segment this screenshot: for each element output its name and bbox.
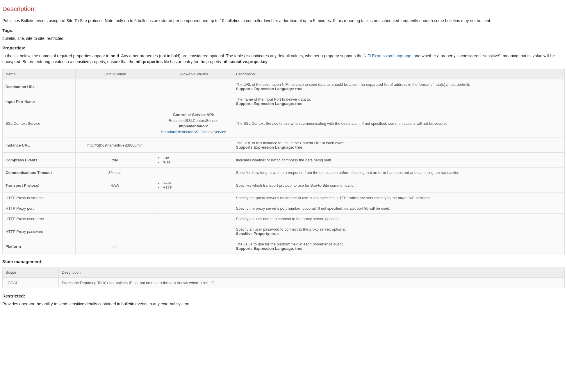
prop-desc: Specifies how long to wait to a response…	[233, 168, 565, 178]
intro-bold: bold	[110, 54, 119, 58]
col-scope: Scope	[3, 267, 59, 278]
properties-intro: In the list below, the names of required…	[2, 53, 565, 65]
tags-heading: Tags:	[2, 28, 565, 33]
restricted-text: Provides operator the ability to send se…	[2, 301, 565, 307]
prop-desc: Specifies which transport protocol to us…	[233, 178, 565, 193]
intro-text: . Any other properties (not in bold) are…	[119, 54, 364, 58]
prop-name: HTTP Proxy hostname	[3, 193, 76, 203]
prop-desc: Specify an user password to connect to t…	[236, 227, 346, 231]
prop-desc: Specify an user name to connect to the p…	[233, 214, 565, 224]
prop-extra: Supports Expression Language: true	[236, 101, 302, 106]
prop-desc: The value to use for the platform field …	[236, 242, 344, 246]
properties-heading: Properties:	[2, 45, 565, 50]
prop-name: Communications Timeout	[6, 170, 52, 175]
col-description: Description	[59, 267, 565, 278]
table-row: Platform nifi The value to use for the p…	[3, 239, 565, 254]
restricted-heading: Restricted:	[2, 293, 565, 298]
intro-text: In the list below, the names of required…	[2, 54, 110, 58]
table-row: Destination URL The URL of the destinati…	[3, 79, 565, 94]
table-row: HTTP Proxy port Specify the proxy server…	[3, 203, 565, 214]
api-service: RestrictedSSLContextService	[169, 118, 218, 123]
allowable-value: RAW	[163, 181, 230, 185]
prop-desc: The name of the Input Port to deliver da…	[236, 97, 311, 101]
expression-language-link[interactable]: NiFi Expression Language	[364, 54, 411, 58]
intro-bold: nifi.sensitive.props.key	[222, 59, 268, 64]
api-impl-label: Implementation:	[179, 124, 208, 128]
prop-name: SSL Context Service	[3, 109, 76, 138]
prop-default: true	[76, 153, 154, 168]
intro-text: .	[268, 59, 269, 64]
prop-desc: The URL of this instance to use in the C…	[236, 141, 346, 145]
prop-extra: Supports Expression Language: true	[236, 246, 302, 251]
prop-name: HTTP Proxy username	[3, 214, 76, 224]
table-row: Communications Timeout 30 secs Specifies…	[3, 168, 565, 178]
allowable-value: true	[163, 156, 230, 160]
intro-bold: nifi.properties	[135, 59, 163, 64]
allowable-value: HTTP	[163, 185, 230, 190]
table-row: Compress Events true truefalse Indicates…	[3, 153, 565, 168]
prop-name: Compress Events	[6, 158, 38, 162]
table-row: HTTP Proxy password Specify an user pass…	[3, 224, 565, 239]
allowable-value: false	[163, 160, 230, 164]
table-row: HTTP Proxy hostname Specify the proxy se…	[3, 193, 565, 203]
col-default: Default Value	[76, 69, 154, 79]
prop-name: Platform	[6, 244, 21, 249]
prop-name: Transport Protocol	[6, 183, 39, 188]
prop-name: Instance URL	[6, 143, 30, 147]
prop-desc: The SSL Context Service to use when comm…	[233, 109, 565, 138]
description-text: Publishes Bulletin events using the Site…	[2, 18, 565, 24]
prop-desc: Specify the proxy server's port number, …	[233, 203, 565, 214]
prop-name: HTTP Proxy port	[3, 203, 76, 214]
prop-name: Destination URL	[6, 85, 35, 89]
table-row: HTTP Proxy username Specify an user name…	[3, 214, 565, 224]
prop-default: nifi	[76, 239, 154, 254]
prop-extra: Supports Expression Language: true	[236, 87, 302, 91]
col-name: Name	[3, 69, 76, 79]
prop-desc: Specify the proxy server's hostname to u…	[233, 193, 565, 203]
table-row: SSL Context Service Controller Service A…	[3, 109, 565, 138]
table-row: LOCAL Stores the Reporting Task's last b…	[3, 278, 565, 288]
prop-desc: Indicates whether or not to compress the…	[233, 153, 565, 168]
state-desc: Stores the Reporting Task's last bulleti…	[59, 278, 565, 288]
state-table: Scope Description LOCAL Stores the Repor…	[2, 267, 565, 288]
prop-extra: Sensitive Property: true	[236, 231, 279, 236]
col-allowable: Allowable Values	[154, 69, 233, 79]
prop-default: RAW	[76, 178, 154, 193]
state-scope: LOCAL	[3, 278, 59, 288]
prop-desc: The URL of the destination NiFi instance…	[236, 82, 470, 87]
table-row: Transport Protocol RAW RAWHTTP Specifies…	[3, 178, 565, 193]
prop-name: Input Port Name	[6, 99, 35, 104]
state-heading: State management:	[2, 259, 565, 264]
table-row: Instance URL http://${hostname(true)}:80…	[3, 138, 565, 153]
intro-text: file has an entry for the property	[163, 59, 222, 64]
col-description: Description	[233, 69, 565, 79]
api-title: Controller Service API:	[173, 113, 214, 117]
properties-table: Name Default Value Allowable Values Desc…	[2, 69, 565, 254]
api-impl-link[interactable]: StandardRestrictedSSLContextService	[161, 130, 226, 134]
prop-default: 30 secs	[76, 168, 154, 178]
prop-name: HTTP Proxy password	[3, 224, 76, 239]
description-heading: Description:	[2, 5, 565, 13]
prop-extra: Supports Expression Language: true	[236, 145, 302, 149]
prop-default: http://${hostname(true)}:8080/nifi	[76, 138, 154, 153]
table-row: Input Port Name The name of the Input Po…	[3, 94, 565, 109]
tags-text: bulletin, site, site to site, restricted	[2, 36, 565, 42]
